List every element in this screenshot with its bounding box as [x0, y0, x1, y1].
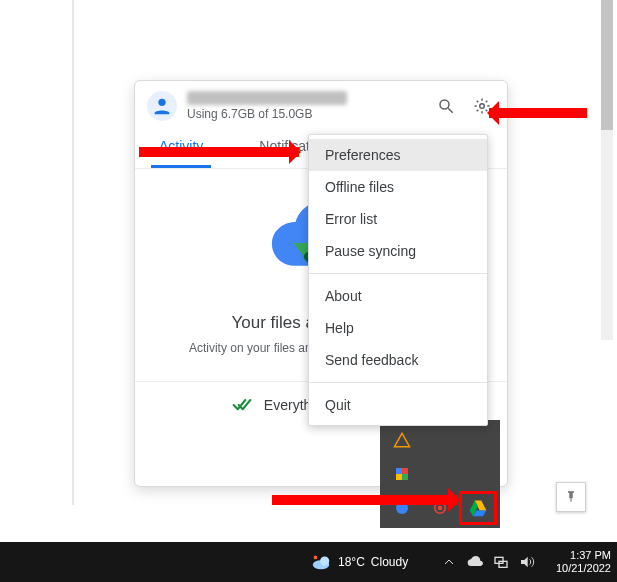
- tray-empty: [462, 460, 494, 488]
- storage-usage: Using 6.7GB of 15.0GB: [187, 107, 423, 121]
- clock-date: 10/21/2022: [556, 562, 611, 575]
- weather-icon: [310, 551, 332, 573]
- svg-rect-9: [402, 474, 408, 480]
- callout-arrow-settings: [489, 108, 587, 118]
- svg-point-21: [314, 556, 318, 560]
- svg-rect-18: [568, 491, 574, 493]
- network-tray[interactable]: [493, 554, 509, 570]
- svg-point-1: [440, 100, 449, 109]
- menu-about[interactable]: About: [309, 280, 487, 312]
- volume-tray[interactable]: [519, 554, 535, 570]
- tray-empty: [424, 460, 456, 488]
- menu-quit[interactable]: Quit: [309, 389, 487, 421]
- svg-rect-6: [396, 468, 402, 474]
- tray-icon-security[interactable]: [386, 460, 418, 488]
- settings-menu: Preferences Offline files Error list Pau…: [308, 134, 488, 426]
- taskbar-system-icons: [441, 554, 535, 570]
- pin-icon: [564, 490, 578, 504]
- menu-error-list[interactable]: Error list: [309, 203, 487, 235]
- tray-empty: [424, 426, 456, 454]
- tray-expand-button[interactable]: [441, 554, 457, 570]
- svg-point-12: [438, 506, 443, 511]
- menu-preferences[interactable]: Preferences: [309, 139, 487, 171]
- double-check-icon: [232, 395, 252, 415]
- taskbar-clock[interactable]: 1:37 PM 10/21/2022: [556, 549, 611, 575]
- onedrive-tray[interactable]: [467, 554, 483, 570]
- menu-send-feedback[interactable]: Send feedback: [309, 344, 487, 376]
- search-button[interactable]: [433, 93, 459, 119]
- svg-rect-7: [402, 468, 408, 474]
- avatar[interactable]: [147, 91, 177, 121]
- menu-separator: [309, 273, 487, 274]
- search-icon: [437, 97, 455, 115]
- content-left-border: [72, 0, 74, 505]
- tray-empty: [462, 426, 494, 454]
- menu-offline-files[interactable]: Offline files: [309, 171, 487, 203]
- menu-help[interactable]: Help: [309, 312, 487, 344]
- callout-arrow-preferences: [139, 147, 299, 157]
- system-tray-flyout: [380, 420, 500, 528]
- user-icon: [151, 95, 173, 117]
- svg-marker-5: [395, 433, 410, 447]
- popup-header: Using 6.7GB of 15.0GB: [135, 81, 507, 127]
- taskbar-weather[interactable]: 18°C Cloudy: [310, 551, 408, 573]
- user-block: Using 6.7GB of 15.0GB: [187, 91, 423, 121]
- network-icon: [493, 554, 509, 570]
- svg-rect-8: [396, 474, 402, 480]
- svg-line-2: [448, 108, 453, 113]
- clock-time: 1:37 PM: [556, 549, 611, 562]
- user-email-redacted: [187, 91, 347, 105]
- cloud-icon: [467, 554, 483, 570]
- weather-condition: Cloudy: [371, 555, 408, 569]
- menu-pause-syncing[interactable]: Pause syncing: [309, 235, 487, 267]
- tray-pin-button[interactable]: [556, 482, 586, 512]
- scrollbar-thumb[interactable]: [601, 0, 613, 130]
- menu-separator: [309, 382, 487, 383]
- triangle-icon: [393, 431, 411, 449]
- speaker-icon: [519, 554, 535, 570]
- weather-temp: 18°C: [338, 555, 365, 569]
- svg-rect-17: [570, 498, 571, 502]
- chevron-up-icon: [443, 556, 455, 568]
- svg-rect-16: [569, 492, 573, 498]
- svg-marker-24: [521, 557, 528, 568]
- shield-icon: [393, 465, 411, 483]
- svg-point-0: [158, 99, 165, 106]
- svg-point-20: [320, 557, 329, 566]
- tray-icon-app1[interactable]: [386, 426, 418, 454]
- callout-arrow-tray: [272, 495, 458, 505]
- taskbar: 18°C Cloudy 1:37 PM 10/21/2022: [0, 542, 617, 582]
